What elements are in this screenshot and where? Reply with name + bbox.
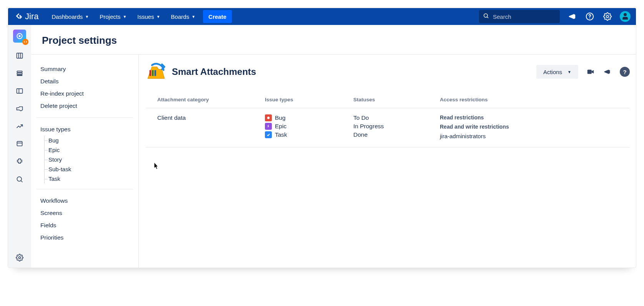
svg-point-6 bbox=[19, 35, 21, 37]
top-nav: Jira Dashboards▼ Projects▼ Issues▼ Board… bbox=[8, 8, 636, 25]
create-button[interactable]: Create bbox=[203, 10, 232, 23]
leftnav-reindex[interactable]: Re-index project bbox=[37, 88, 133, 100]
leftnav-issuetype-subtask[interactable]: Sub-task bbox=[44, 164, 133, 174]
svg-rect-21 bbox=[152, 70, 153, 76]
col-issuetypes: Issue types bbox=[265, 97, 353, 103]
actions-dropdown[interactable]: Actions ▼ bbox=[536, 65, 578, 79]
project-avatar[interactable] bbox=[13, 30, 26, 43]
svg-rect-22 bbox=[155, 70, 156, 76]
leftnav-issuetype-story[interactable]: Story bbox=[44, 155, 133, 164]
jira-logo-icon bbox=[15, 13, 23, 20]
project-settings-icon[interactable] bbox=[15, 253, 24, 262]
leftnav-screens[interactable]: Screens bbox=[37, 207, 133, 219]
leftnav-issuetypes[interactable]: Issue types bbox=[37, 123, 133, 136]
leftnav-fields[interactable]: Fields bbox=[37, 219, 133, 232]
help-icon[interactable]: ? bbox=[620, 67, 630, 77]
svg-rect-13 bbox=[17, 89, 23, 93]
svg-point-17 bbox=[17, 177, 22, 181]
feedback-icon[interactable] bbox=[567, 11, 577, 22]
search-icon bbox=[483, 13, 489, 20]
main-panel: Smart Attachments Actions ▼ ? bbox=[139, 55, 636, 268]
read-restrictions-label: Read restrictions bbox=[440, 114, 618, 121]
svg-rect-23 bbox=[587, 70, 592, 74]
profile-avatar[interactable] bbox=[620, 11, 631, 22]
backlog-icon[interactable] bbox=[15, 69, 24, 78]
svg-rect-11 bbox=[17, 73, 22, 74]
svg-line-1 bbox=[487, 17, 488, 18]
leftnav-workflows[interactable]: Workflows bbox=[37, 195, 133, 207]
leftnav-summary[interactable]: Summary bbox=[37, 63, 133, 75]
chevron-down-icon: ▼ bbox=[156, 15, 160, 19]
jira-logo-text: Jira bbox=[25, 12, 38, 22]
table-row[interactable]: Client data Bug Epic Task To Do In Progr… bbox=[146, 108, 630, 147]
leftnav-delete[interactable]: Delete project bbox=[37, 100, 133, 112]
leftnav-priorities[interactable]: Priorities bbox=[37, 232, 133, 244]
nav-boards[interactable]: Boards▼ bbox=[166, 8, 201, 25]
col-category: Attachment category bbox=[157, 97, 265, 103]
nav-projects[interactable]: Projects▼ bbox=[94, 8, 132, 25]
nav-issues[interactable]: Issues▼ bbox=[132, 8, 165, 25]
pages-icon[interactable] bbox=[15, 139, 24, 149]
svg-rect-12 bbox=[17, 75, 22, 76]
category-cell: Client data bbox=[157, 114, 265, 121]
col-access: Access restrictions bbox=[440, 97, 618, 103]
video-icon[interactable] bbox=[586, 67, 595, 76]
nav-dashboards[interactable]: Dashboards▼ bbox=[46, 8, 94, 25]
leftnav-issuetype-bug[interactable]: Bug bbox=[44, 136, 133, 145]
smart-attachments-app-icon bbox=[146, 61, 166, 82]
main-title: Smart Attachments bbox=[172, 66, 256, 77]
chevron-down-icon: ▼ bbox=[567, 70, 571, 74]
feedback-icon[interactable] bbox=[603, 67, 612, 76]
page-title: Project settings bbox=[31, 25, 636, 54]
addons-icon[interactable] bbox=[15, 157, 24, 166]
epic-icon bbox=[265, 123, 272, 130]
release-icon[interactable] bbox=[15, 104, 24, 113]
chevron-down-icon: ▼ bbox=[123, 15, 126, 19]
rw-restrictions-value: jira-administrators bbox=[440, 133, 618, 139]
col-statuses: Statuses bbox=[353, 97, 440, 103]
svg-line-18 bbox=[21, 181, 23, 182]
svg-rect-20 bbox=[150, 70, 151, 76]
settings-icon[interactable] bbox=[602, 11, 613, 22]
project-badge-icon bbox=[22, 39, 28, 45]
svg-point-0 bbox=[484, 14, 488, 17]
board-icon[interactable] bbox=[15, 51, 24, 60]
sprint-icon[interactable] bbox=[15, 86, 24, 96]
svg-rect-7 bbox=[17, 53, 23, 58]
svg-point-3 bbox=[589, 18, 590, 19]
rw-restrictions-label: Read and write restrictions bbox=[440, 124, 618, 130]
search-input[interactable] bbox=[493, 13, 556, 20]
svg-rect-10 bbox=[17, 71, 22, 72]
svg-point-24 bbox=[267, 117, 270, 119]
task-icon bbox=[265, 131, 272, 138]
leftnav-issuetype-epic[interactable]: Epic bbox=[44, 145, 133, 155]
jira-logo[interactable]: Jira bbox=[11, 12, 42, 22]
bug-icon bbox=[265, 114, 272, 121]
svg-point-19 bbox=[18, 256, 20, 258]
search-box[interactable] bbox=[479, 10, 560, 23]
settings-leftnav: Summary Details Re-index project Delete … bbox=[31, 55, 139, 268]
leftnav-details[interactable]: Details bbox=[37, 75, 133, 88]
search-project-icon[interactable] bbox=[15, 175, 24, 184]
help-icon[interactable] bbox=[584, 11, 595, 22]
leftnav-issuetype-task[interactable]: Task bbox=[44, 174, 133, 184]
reports-icon[interactable] bbox=[15, 122, 24, 131]
chevron-down-icon: ▼ bbox=[191, 15, 195, 19]
categories-table: Attachment category Issue types Statuses… bbox=[146, 97, 630, 147]
svg-point-4 bbox=[606, 15, 609, 18]
chevron-down-icon: ▼ bbox=[85, 15, 89, 19]
svg-rect-15 bbox=[17, 141, 22, 146]
project-sidebar-rail bbox=[8, 25, 31, 268]
